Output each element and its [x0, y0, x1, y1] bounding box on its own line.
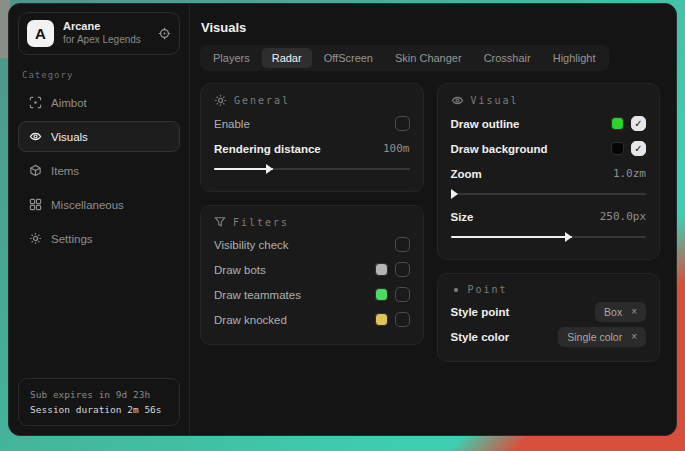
slider-thumb[interactable]	[451, 189, 458, 199]
tab-highlight[interactable]: Highlight	[543, 48, 606, 68]
checkbox-visibility-check[interactable]	[395, 237, 410, 252]
card-visual: VisualDraw outline✓Draw background✓Zoom1…	[437, 83, 661, 260]
checkbox-enable[interactable]	[395, 116, 410, 131]
funnel-icon	[214, 216, 226, 228]
sidebar-item-label: Visuals	[51, 131, 88, 143]
slider-value: 1.0zm	[613, 167, 646, 180]
setting-row-enable: Enable	[214, 111, 410, 136]
setting-row-zoom: Zoom1.0zm	[451, 161, 647, 186]
sidebar-item-label: Settings	[51, 233, 93, 245]
card-header: Point	[451, 284, 647, 299]
sidebar-item-miscellaneous[interactable]: Miscellaneous	[18, 189, 180, 220]
arcane-window: A Arcane for Apex Legends Category Aimbo…	[8, 3, 677, 436]
card-title: Visual	[471, 95, 519, 106]
close-icon[interactable]: ×	[631, 331, 637, 342]
brand-title: Arcane	[63, 20, 149, 34]
select-chip-style-point[interactable]: Box×	[595, 302, 646, 322]
sub-expires-text: Sub expires in 9d 23h	[30, 387, 168, 402]
checkbox-draw-bots[interactable]	[395, 262, 410, 277]
sidebar-item-label: Aimbot	[51, 97, 87, 109]
card-title: Filters	[233, 217, 289, 228]
brand-header: A Arcane for Apex Legends	[18, 12, 180, 55]
setting-label: Draw teammates	[214, 289, 301, 301]
setting-row-draw-teammates: Draw teammates	[214, 282, 410, 307]
select-chip-style-color[interactable]: Single color×	[558, 327, 646, 347]
setting-row-style-color: Style colorSingle color×	[451, 324, 647, 349]
card-title: General	[234, 95, 290, 106]
slider-thumb[interactable]	[266, 164, 273, 174]
slider-thumb[interactable]	[565, 232, 572, 242]
chip-value: Single color	[567, 331, 622, 343]
sidebar-item-label: Miscellaneous	[51, 199, 124, 211]
tab-offscreen[interactable]: OffScreen	[314, 48, 383, 68]
crosshair-icon	[29, 96, 42, 109]
color-swatch[interactable]	[375, 263, 388, 276]
tab-bar: PlayersRadarOffScreenSkin ChangerCrossha…	[200, 45, 609, 71]
chip-value: Box	[604, 306, 622, 318]
setting-label: Draw bots	[214, 264, 266, 276]
setting-label: Draw knocked	[214, 314, 287, 326]
tab-players[interactable]: Players	[203, 48, 260, 68]
cube-icon	[29, 164, 42, 177]
gear-icon	[214, 94, 227, 107]
slider-zoom[interactable]	[451, 188, 647, 200]
setting-row-draw-outline: Draw outline✓	[451, 111, 647, 136]
slider-rendering-distance[interactable]	[214, 163, 410, 175]
setting-row-visibility-check: Visibility check	[214, 232, 410, 257]
page-title: Visuals	[200, 17, 660, 45]
card-header: Visual	[451, 94, 647, 111]
close-icon[interactable]: ×	[631, 306, 637, 317]
setting-row-draw-background: Draw background✓	[451, 136, 647, 161]
sidebar-item-label: Items	[51, 165, 79, 177]
card-general: GeneralEnableRendering distance100m	[200, 83, 424, 192]
setting-row-rendering-distance: Rendering distance100m	[214, 136, 410, 161]
gear-icon	[29, 232, 42, 245]
slider-size[interactable]	[451, 231, 647, 243]
card-point: PointStyle pointBox×Style colorSingle co…	[437, 273, 661, 362]
color-swatch[interactable]	[375, 313, 388, 326]
card-header: General	[214, 94, 410, 111]
sidebar-item-aimbot[interactable]: Aimbot	[18, 87, 180, 118]
card-title: Point	[468, 284, 508, 295]
eye-icon	[451, 94, 464, 107]
tab-radar[interactable]: Radar	[262, 48, 312, 68]
card-filters: FiltersVisibility checkDraw botsDraw tea…	[200, 205, 424, 345]
sidebar-item-visuals[interactable]: Visuals	[18, 121, 180, 152]
sidebar-item-items[interactable]: Items	[18, 155, 180, 186]
card-header: Filters	[214, 216, 410, 232]
color-swatch[interactable]	[611, 117, 624, 130]
setting-label: Draw outline	[451, 118, 520, 130]
checkbox-draw-teammates[interactable]	[395, 287, 410, 302]
arcane-logo: A	[27, 20, 54, 47]
tab-skin-changer[interactable]: Skin Changer	[385, 48, 472, 68]
session-duration-text: Session duration 2m 56s	[30, 402, 168, 417]
setting-label: Visibility check	[214, 239, 289, 251]
setting-label: Draw background	[451, 143, 548, 155]
slider-value: 250.0px	[600, 210, 646, 223]
subscription-info: Sub expires in 9d 23h Session duration 2…	[18, 378, 180, 426]
sidebar-nav: AimbotVisualsItemsMiscellaneousSettings	[18, 87, 180, 254]
brand-subtitle: for Apex Legends	[63, 34, 149, 47]
color-swatch[interactable]	[375, 288, 388, 301]
setting-label: Zoom	[451, 168, 482, 180]
setting-row-style-point: Style pointBox×	[451, 299, 647, 324]
setting-label: Style color	[451, 331, 510, 343]
sidebar-item-settings[interactable]: Settings	[18, 223, 180, 254]
slider-value: 100m	[383, 142, 410, 155]
setting-label: Style point	[451, 306, 510, 318]
target-icon[interactable]	[158, 27, 171, 40]
eye-scan-icon	[29, 130, 42, 143]
color-swatch[interactable]	[611, 142, 624, 155]
setting-label: Size	[451, 211, 474, 223]
checkbox-draw-knocked[interactable]	[395, 312, 410, 327]
checkbox-draw-outline[interactable]: ✓	[631, 116, 646, 131]
tab-crosshair[interactable]: Crosshair	[474, 48, 541, 68]
setting-row-draw-knocked: Draw knocked	[214, 307, 410, 332]
grid-icon	[29, 198, 42, 211]
sidebar: A Arcane for Apex Legends Category Aimbo…	[9, 4, 190, 435]
setting-label: Enable	[214, 118, 250, 130]
dot-icon	[451, 285, 461, 295]
cards-area: GeneralEnableRendering distance100mFilte…	[200, 83, 660, 362]
checkbox-draw-background[interactable]: ✓	[631, 141, 646, 156]
setting-row-size: Size250.0px	[451, 204, 647, 229]
